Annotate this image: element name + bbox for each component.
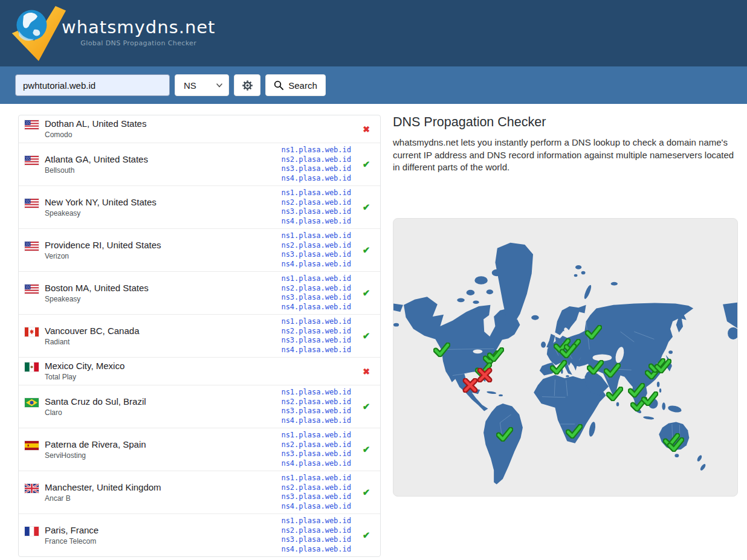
record-type-value: NS: [184, 80, 196, 91]
country-flag-icon: [25, 527, 39, 536]
location-name: Paterna de Rivera, Spain: [45, 439, 146, 451]
result-row: Providence RI, United States Verizon ns1…: [19, 228, 380, 271]
map-check-marker: [560, 344, 577, 358]
country-flag-icon: [25, 285, 39, 294]
result-row: Dothan AL, United States Comodo ✖: [19, 115, 380, 143]
site-title[interactable]: whatsmydns.net: [62, 17, 215, 37]
nameserver-records: ns1.plasa.web.idns2.plasa.web.idns3.plas…: [281, 274, 351, 312]
map-check-marker: [655, 359, 671, 373]
location-name: Manchester, United Kingdom: [45, 481, 161, 494]
provider-name: Bellsouth: [45, 166, 148, 176]
results-list: Dothan AL, United States Comodo ✖ Atlant…: [18, 115, 381, 557]
provider-name: Radiant: [45, 337, 139, 347]
map-fail-marker: [476, 368, 493, 382]
chevron-down-icon: [216, 83, 222, 88]
map-fail-marker: [462, 378, 479, 393]
nameserver-records: ns1.plasa.web.idns2.plasa.web.idns3.plas…: [281, 317, 351, 355]
logo-check-globe-icon: [8, 4, 66, 63]
country-flag-icon: [25, 120, 39, 129]
result-row: New York NY, United States Speakeasy ns1…: [19, 185, 380, 228]
country-flag-icon: [25, 362, 39, 372]
location-name: Providence RI, United States: [45, 239, 161, 251]
nameserver-value: ns3.plasa.web.id: [281, 407, 351, 416]
provider-name: Claro: [45, 408, 146, 418]
nameserver-value: ns3.plasa.web.id: [281, 336, 351, 346]
search-button[interactable]: Search: [265, 74, 326, 96]
search-bar: NS Search: [0, 66, 747, 104]
status-icon: ✔: [360, 444, 373, 455]
nameserver-value: ns4.plasa.web.id: [281, 459, 351, 469]
nameserver-records: ns1.plasa.web.idns2.plasa.web.idns3.plas…: [281, 231, 351, 269]
status-icon: ✔: [360, 330, 373, 341]
search-button-label: Search: [288, 80, 317, 91]
status-icon: ✖: [360, 124, 373, 134]
nameserver-value: ns4.plasa.web.id: [281, 303, 351, 312]
country-flag-icon: [25, 441, 39, 450]
nameserver-value: ns4.plasa.web.id: [281, 346, 351, 355]
location-name: Santa Cruz do Sul, Brazil: [45, 396, 146, 408]
map-check-marker: [566, 424, 583, 439]
map-check-marker: [433, 343, 450, 357]
status-icon: ✔: [360, 202, 373, 213]
nameserver-value: ns2.plasa.web.id: [281, 526, 351, 536]
result-row: Boston MA, United States Speakeasy ns1.p…: [19, 271, 380, 314]
map-check-marker: [587, 360, 604, 375]
record-type-select[interactable]: NS: [175, 74, 229, 96]
location-name: Paris, France: [45, 524, 99, 536]
nameserver-value: ns1.plasa.web.id: [281, 231, 351, 241]
nameserver-value: ns3.plasa.web.id: [281, 449, 351, 459]
nameserver-records: ns1.plasa.web.idns2.plasa.web.idns3.plas…: [281, 517, 351, 554]
map-check-marker: [585, 325, 602, 340]
result-row: Manchester, United Kingdom Ancar B ns1.p…: [19, 471, 380, 513]
provider-name: Total Play: [45, 372, 124, 382]
nameserver-records: ns1.plasa.web.idns2.plasa.web.idns3.plas…: [281, 188, 351, 226]
country-flag-icon: [25, 156, 39, 165]
status-icon: ✔: [360, 288, 373, 298]
options-button[interactable]: [234, 74, 260, 96]
nameserver-value: ns2.plasa.web.id: [281, 155, 351, 165]
nameserver-value: ns4.plasa.web.id: [281, 260, 351, 269]
nameserver-value: ns2.plasa.web.id: [281, 483, 351, 493]
location-name: Dothan AL, United States: [45, 118, 146, 130]
nameserver-records: ns1.plasa.web.idns2.plasa.web.idns3.plas…: [281, 388, 351, 425]
nameserver-value: ns4.plasa.web.id: [281, 416, 351, 426]
result-row: Mexico City, Mexico Total Play ✖: [19, 357, 380, 385]
status-icon: ✖: [360, 367, 373, 376]
country-flag-icon: [25, 398, 39, 407]
country-flag-icon: [25, 327, 39, 336]
nameserver-value: ns1.plasa.web.id: [281, 474, 351, 483]
nameserver-value: ns3.plasa.web.id: [281, 164, 351, 174]
provider-name: Verizon: [45, 251, 161, 262]
nameserver-value: ns2.plasa.web.id: [281, 241, 351, 251]
nameserver-value: ns2.plasa.web.id: [281, 440, 351, 450]
status-icon: ✔: [360, 530, 373, 541]
status-icon: ✔: [360, 487, 373, 498]
nameserver-value: ns3.plasa.web.id: [281, 293, 351, 303]
status-icon: ✔: [360, 159, 373, 170]
site-tagline: Global DNS Propagation Checker: [62, 39, 215, 47]
country-flag-icon: [25, 242, 39, 251]
map-check-marker: [487, 347, 504, 362]
nameserver-records: ns1.plasa.web.idns2.plasa.web.idns3.plas…: [281, 146, 351, 183]
site-logo[interactable]: [8, 4, 66, 63]
nameserver-value: ns4.plasa.web.id: [281, 217, 351, 227]
nameserver-value: ns1.plasa.web.id: [281, 517, 351, 526]
provider-name: France Telecom: [45, 536, 99, 547]
domain-input[interactable]: [15, 74, 170, 96]
location-name: Atlanta GA, United States: [45, 153, 148, 166]
location-name: Boston MA, United States: [45, 282, 149, 294]
nameserver-value: ns3.plasa.web.id: [281, 207, 351, 217]
nameserver-value: ns2.plasa.web.id: [281, 327, 351, 336]
nameserver-records: ns1.plasa.web.idns2.plasa.web.idns3.plas…: [281, 431, 351, 468]
status-icon: ✔: [360, 401, 373, 412]
nameserver-value: ns1.plasa.web.id: [281, 388, 351, 397]
gear-icon: [242, 80, 253, 91]
page-title: DNS Propagation Checker: [393, 115, 742, 130]
nameserver-value: ns1.plasa.web.id: [281, 274, 351, 284]
location-name: New York NY, United States: [45, 196, 157, 208]
nameserver-value: ns2.plasa.web.id: [281, 397, 351, 407]
country-flag-icon: [25, 199, 39, 208]
location-name: Vancouver BC, Canada: [45, 325, 139, 337]
nameserver-value: ns3.plasa.web.id: [281, 250, 351, 260]
result-row: Santa Cruz do Sul, Brazil Claro ns1.plas…: [19, 385, 380, 428]
